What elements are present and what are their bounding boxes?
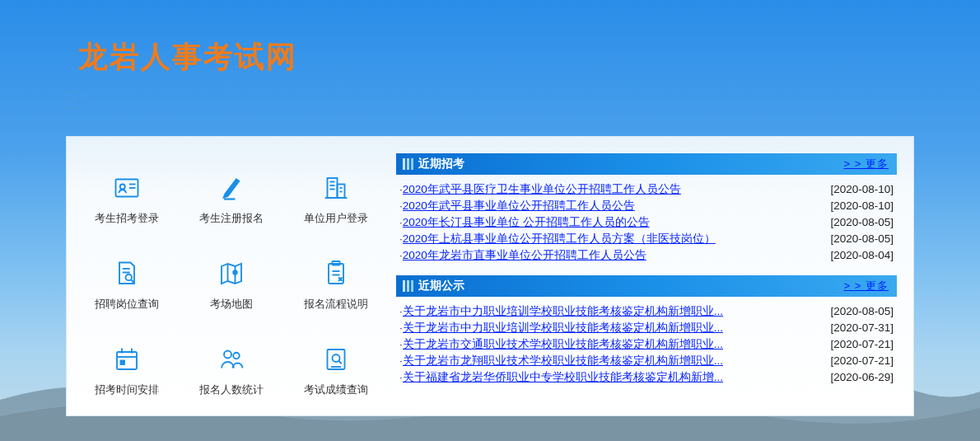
panel-header: 近期公示 > > 更多 xyxy=(396,275,897,297)
panel-recruit: 近期招考 > > 更多 ·2020年武平县医疗卫生事业单位公开招聘工作人员公告[… xyxy=(396,153,897,267)
grid-label: 考生注册报名 xyxy=(199,211,264,226)
map-icon xyxy=(215,257,248,290)
site-title: 龙岩人事考试网 xyxy=(78,37,297,77)
svg-line-33 xyxy=(338,361,342,364)
grid-score-query[interactable]: 考试成绩查询 xyxy=(283,334,388,407)
grid-label: 报名人数统计 xyxy=(199,382,264,397)
item-date: [2020-08-05] xyxy=(830,231,894,247)
item-date: [2020-08-05] xyxy=(830,303,894,320)
item-date: [2020-08-05] xyxy=(830,214,894,231)
item-link[interactable]: 2020年武平县事业单位公开招聘工作人员公告 xyxy=(403,198,635,214)
item-link[interactable]: 关于龙岩市中力职业培训学校职业技能考核鉴定机构新增职业... xyxy=(403,320,723,336)
panel-title: 近期招考 xyxy=(418,157,464,171)
item-date: [2020-08-10] xyxy=(830,181,894,198)
list-item: ·2020年武平县医疗卫生事业单位公开招聘工作人员公告[2020-08-10] xyxy=(399,181,894,198)
grid-login-candidate[interactable]: 考生招考登录 xyxy=(75,162,180,235)
item-date: [2020-06-29] xyxy=(830,369,894,386)
svg-point-1 xyxy=(120,184,125,189)
svg-point-30 xyxy=(233,353,240,359)
item-link[interactable]: 关于龙岩市交通职业技术学校职业技能考核鉴定机构新增职业... xyxy=(403,336,723,353)
item-link[interactable]: 关于福建省龙岩华侨职业中专学校职业技能考核鉴定机构新增... xyxy=(403,369,723,386)
grid-login-org[interactable]: 单位用户登录 xyxy=(283,162,388,235)
grid-process-guide[interactable]: 报名流程说明 xyxy=(283,247,388,321)
people-icon xyxy=(215,343,248,376)
item-link[interactable]: 2020年长汀县事业单位 公开招聘工作人员的公告 xyxy=(403,214,650,231)
list-item: ·关于龙岩市交通职业技术学校职业技能考核鉴定机构新增职业...[2020-07-… xyxy=(399,336,894,353)
grid-label: 招考时间安排 xyxy=(95,382,159,397)
score-search-icon xyxy=(320,343,352,376)
clipboard-icon xyxy=(320,257,352,290)
grid-register[interactable]: 考生注册报名 xyxy=(180,162,284,235)
grid-schedule[interactable]: 招考时间安排 xyxy=(75,334,180,407)
item-link[interactable]: 2020年武平县医疗卫生事业单位公开招聘工作人员公告 xyxy=(403,181,681,198)
panel-list: ·关于龙岩市中力职业培训学校职业技能考核鉴定机构新增职业...[2020-08-… xyxy=(396,297,897,389)
grid-job-search[interactable]: 招聘岗位查询 xyxy=(75,247,180,321)
list-item: ·2020年上杭县事业单位公开招聘工作人员方案（非医技岗位）[2020-08-0… xyxy=(399,231,894,247)
item-link[interactable]: 关于龙岩市中力职业培训学校职业技能考核鉴定机构新增职业... xyxy=(403,303,723,320)
svg-point-29 xyxy=(224,351,231,359)
pen-icon xyxy=(215,171,248,204)
panel-notice: 近期公示 > > 更多 ·关于龙岩市中力职业培训学校职业技能考核鉴定机构新增职业… xyxy=(396,275,897,389)
item-date: [2020-08-04] xyxy=(830,247,894,264)
grid-label: 招聘岗位查询 xyxy=(95,297,159,312)
list-item: ·关于龙岩市中力职业培训学校职业技能考核鉴定机构新增职业...[2020-07-… xyxy=(399,320,894,336)
panel-title: 近期公示 xyxy=(418,279,464,293)
item-date: [2020-07-21] xyxy=(830,353,894,369)
svg-point-19 xyxy=(233,270,237,274)
item-date: [2020-07-31] xyxy=(830,320,894,336)
list-item: ·2020年长汀县事业单位 公开招聘工作人员的公告[2020-08-05] xyxy=(399,214,894,231)
panel-list: ·2020年武平县医疗卫生事业单位公开招聘工作人员公告[2020-08-10] … xyxy=(396,175,897,267)
building-icon xyxy=(320,171,352,204)
svg-rect-28 xyxy=(121,361,125,365)
list-item: ·关于福建省龙岩华侨职业中专学校职业技能考核鉴定机构新增...[2020-06-… xyxy=(399,369,894,386)
id-card-icon xyxy=(110,171,143,204)
calendar-icon xyxy=(110,343,143,376)
grid-label: 考试成绩查询 xyxy=(304,382,368,397)
list-item: ·2020年龙岩市直事业单位公开招聘工作人员公告[2020-08-04] xyxy=(399,247,894,264)
right-panels: 近期招考 > > 更多 ·2020年武平县医疗卫生事业单位公开招聘工作人员公告[… xyxy=(396,137,913,415)
item-link[interactable]: 2020年龙岩市直事业单位公开招聘工作人员公告 xyxy=(403,247,646,264)
sound-icon[interactable] xyxy=(66,91,84,109)
list-item: ·关于龙岩市龙翔职业技术学校职业技能考核鉴定机构新增职业...[2020-07-… xyxy=(399,353,894,369)
grid-label: 考生招考登录 xyxy=(95,211,159,226)
item-link[interactable]: 关于龙岩市龙翔职业技术学校职业技能考核鉴定机构新增职业... xyxy=(403,353,723,369)
item-date: [2020-08-10] xyxy=(830,198,894,214)
panel-header: 近期招考 > > 更多 xyxy=(396,153,897,175)
doc-search-icon xyxy=(110,257,143,290)
list-item: ·2020年武平县事业单位公开招聘工作人员公告[2020-08-10] xyxy=(399,198,894,214)
more-link[interactable]: > > 更多 xyxy=(844,157,889,171)
grid-label: 报名流程说明 xyxy=(304,297,368,312)
main-card: 考生招考登录 考生注册报名 xyxy=(66,136,914,416)
bars-icon xyxy=(403,158,413,170)
more-link[interactable]: > > 更多 xyxy=(844,279,889,293)
bars-icon xyxy=(403,280,413,292)
grid-enroll-stats[interactable]: 报名人数统计 xyxy=(180,334,284,407)
function-grid: 考生招考登录 考生注册报名 xyxy=(67,137,396,415)
list-item: ·关于龙岩市中力职业培训学校职业技能考核鉴定机构新增职业...[2020-08-… xyxy=(399,303,894,320)
grid-exam-map[interactable]: 考场地图 xyxy=(180,247,284,321)
item-date: [2020-07-21] xyxy=(830,336,894,353)
grid-label: 考场地图 xyxy=(210,297,253,312)
svg-point-15 xyxy=(126,274,133,281)
grid-label: 单位用户登录 xyxy=(304,211,368,226)
item-link[interactable]: 2020年上杭县事业单位公开招聘工作人员方案（非医技岗位） xyxy=(403,231,716,247)
